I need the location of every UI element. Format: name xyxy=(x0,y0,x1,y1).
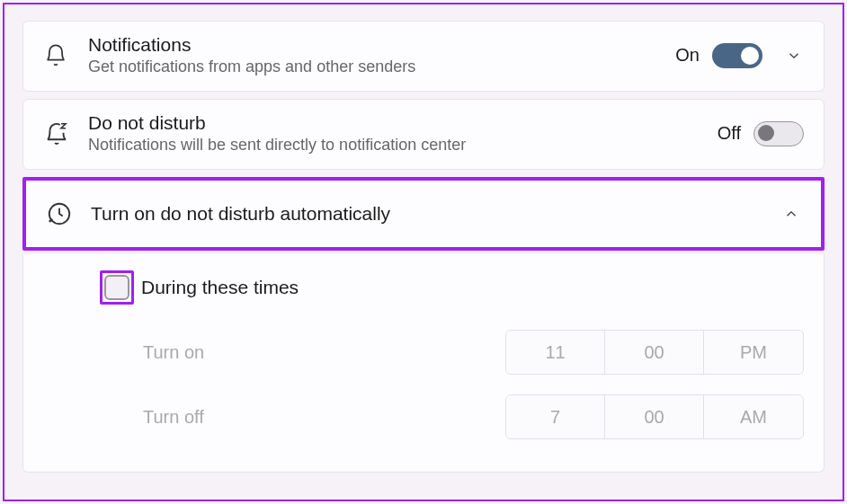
auto-dnd-title: Turn on do not disturb automatically xyxy=(91,203,772,225)
dnd-toggle[interactable] xyxy=(753,121,804,146)
chevron-down-icon[interactable] xyxy=(784,46,804,66)
turn-on-time-picker[interactable]: 11 00 PM xyxy=(505,330,804,375)
during-times-label: During these times xyxy=(141,277,299,298)
turn-on-hour[interactable]: 11 xyxy=(506,331,605,374)
turn-off-row: Turn off 7 00 AM xyxy=(100,389,804,445)
turn-off-label: Turn off xyxy=(143,407,505,428)
notifications-toggle[interactable] xyxy=(712,43,762,68)
during-times-checkbox[interactable] xyxy=(104,275,129,300)
dnd-row[interactable]: Do not disturb Notifications will be sen… xyxy=(22,99,825,170)
notifications-subtitle: Get notifications from apps and other se… xyxy=(88,57,675,76)
turn-off-ampm[interactable]: AM xyxy=(704,395,803,438)
dnd-subtitle: Notifications will be sent directly to n… xyxy=(88,136,718,155)
chevron-up-icon[interactable] xyxy=(781,204,801,224)
auto-dnd-row[interactable]: Turn on do not disturb automatically xyxy=(22,177,825,251)
notifications-row[interactable]: Notifications Get notifications from app… xyxy=(22,21,825,92)
turn-off-time-picker[interactable]: 7 00 AM xyxy=(505,394,804,439)
turn-on-ampm[interactable]: PM xyxy=(704,331,803,374)
bell-icon xyxy=(43,43,88,68)
notifications-title: Notifications xyxy=(88,34,675,56)
dnd-title: Do not disturb xyxy=(88,112,718,134)
notifications-state-label: On xyxy=(675,45,700,66)
turn-off-minute[interactable]: 00 xyxy=(605,395,704,438)
turn-off-hour[interactable]: 7 xyxy=(506,395,605,438)
clock-icon xyxy=(46,200,91,227)
during-times-checkbox-highlight xyxy=(100,270,134,305)
auto-dnd-panel: During these times Turn on 11 00 PM Turn… xyxy=(22,254,825,473)
turn-on-minute[interactable]: 00 xyxy=(605,331,704,374)
turn-on-row: Turn on 11 00 PM xyxy=(100,324,804,380)
bell-snooze-icon xyxy=(43,120,88,147)
dnd-state-label: Off xyxy=(718,123,741,144)
turn-on-label: Turn on xyxy=(143,342,505,363)
